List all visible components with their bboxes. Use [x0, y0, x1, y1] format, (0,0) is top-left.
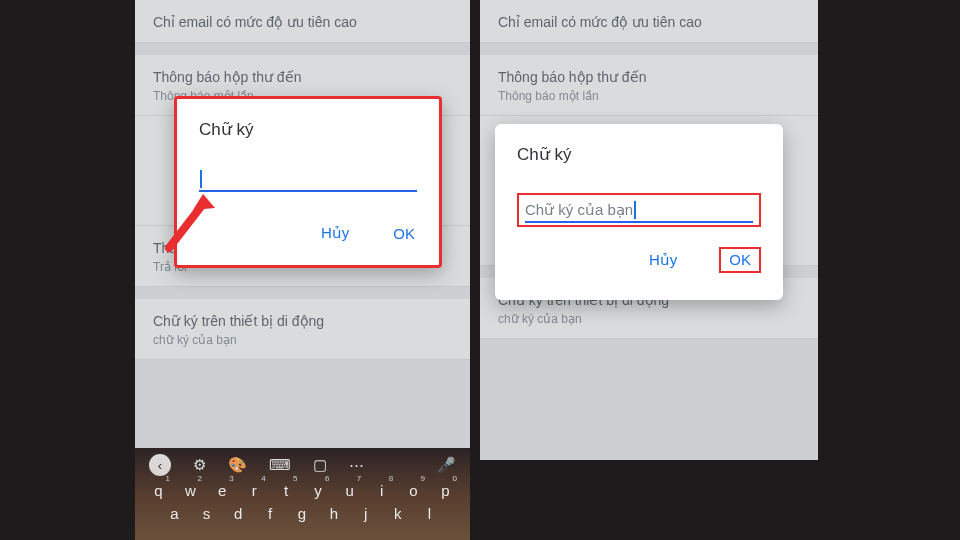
ok-button[interactable]: OK	[391, 220, 417, 246]
setting-subtitle: chữ ký của bạn	[153, 333, 452, 347]
key-o[interactable]: o	[404, 482, 424, 499]
key-y[interactable]: y	[308, 482, 328, 499]
key-j[interactable]: j	[356, 505, 376, 522]
gear-icon[interactable]: ⚙	[193, 456, 206, 474]
setting-title: Thông báo hộp thư đến	[498, 69, 800, 85]
key-s[interactable]: s	[197, 505, 217, 522]
soft-keyboard[interactable]: ‹ ⚙ 🎨 ⌨ ▢ ⋯ 🎤 qwertyuiop asdfghjkl	[135, 448, 470, 540]
key-u[interactable]: u	[340, 482, 360, 499]
setting-subtitle: Thông báo một lần	[498, 89, 800, 103]
dialog-title: Chữ ký	[199, 119, 417, 140]
ok-button-highlight: OK	[719, 247, 761, 273]
key-q[interactable]: q	[149, 482, 169, 499]
key-h[interactable]: h	[324, 505, 344, 522]
clipboard-icon[interactable]: ▢	[313, 456, 327, 474]
signature-input-value: Chữ ký của bạn	[525, 201, 633, 218]
signature-dialog-empty: Chữ ký Hủy OK	[174, 96, 442, 268]
key-d[interactable]: d	[229, 505, 249, 522]
signature-dialog-filled: Chữ ký Chữ ký của bạn Hủy OK	[495, 124, 783, 300]
key-a[interactable]: a	[165, 505, 185, 522]
text-cursor	[634, 201, 636, 219]
dialog-actions: Hủy OK	[517, 247, 761, 273]
cancel-button[interactable]: Hủy	[647, 247, 679, 273]
key-p[interactable]: p	[436, 482, 456, 499]
chevron-left-icon[interactable]: ‹	[149, 454, 171, 476]
more-icon[interactable]: ⋯	[349, 456, 364, 474]
setting-title: Chữ ký trên thiết bị di động	[153, 313, 452, 329]
text-cursor	[200, 170, 202, 188]
dialog-title: Chữ ký	[517, 144, 761, 165]
key-i[interactable]: i	[372, 482, 392, 499]
setting-title: Chỉ email có mức độ ưu tiên cao	[498, 14, 800, 30]
keyboard-row-1: qwertyuiop	[135, 480, 470, 501]
setting-title: Thông báo hộp thư đến	[153, 69, 452, 85]
setting-inbox-notif[interactable]: Thông báo hộp thư đến Thông báo một lần	[480, 55, 818, 116]
mic-icon[interactable]: 🎤	[437, 456, 456, 474]
screenshot-stage: Chỉ email có mức độ ưu tiên cao Thông bá…	[0, 0, 960, 540]
signature-input-wrap[interactable]	[199, 168, 417, 192]
setting-priority-email[interactable]: Chỉ email có mức độ ưu tiên cao	[135, 0, 470, 43]
setting-mobile-signature[interactable]: Chữ ký trên thiết bị di động chữ ký của …	[135, 299, 470, 360]
key-l[interactable]: l	[420, 505, 440, 522]
signature-input[interactable]: Chữ ký của bạn	[525, 199, 753, 223]
key-r[interactable]: r	[245, 482, 265, 499]
palette-icon[interactable]: 🎨	[228, 456, 247, 474]
key-e[interactable]: e	[213, 482, 233, 499]
setting-priority-email[interactable]: Chỉ email có mức độ ưu tiên cao	[480, 0, 818, 43]
ok-button[interactable]: OK	[729, 251, 751, 268]
signature-input-highlight: Chữ ký của bạn	[517, 193, 761, 227]
key-t[interactable]: t	[277, 482, 297, 499]
key-g[interactable]: g	[293, 505, 313, 522]
setting-subtitle: chữ ký của bạn	[498, 312, 800, 326]
key-f[interactable]: f	[261, 505, 281, 522]
setting-title: Chỉ email có mức độ ưu tiên cao	[153, 14, 452, 30]
dialog-actions: Hủy OK	[199, 220, 417, 246]
key-k[interactable]: k	[388, 505, 408, 522]
keyboard-icon[interactable]: ⌨	[269, 456, 291, 474]
cancel-button[interactable]: Hủy	[319, 220, 351, 246]
keyboard-row-2: asdfghjkl	[135, 501, 470, 522]
key-w[interactable]: w	[181, 482, 201, 499]
signature-input[interactable]	[199, 168, 417, 192]
